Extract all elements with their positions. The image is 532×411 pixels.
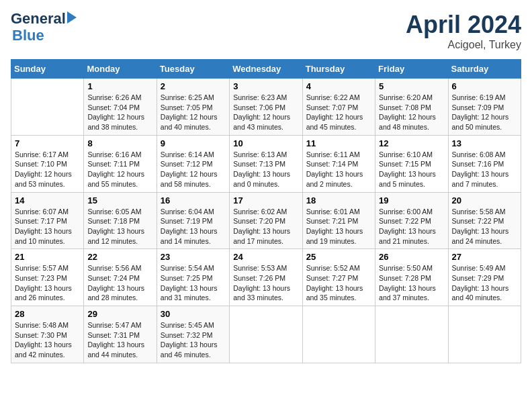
day-info: Sunrise: 6:05 AM Sunset: 7:18 PM Dayligh… bbox=[87, 207, 152, 246]
location-title: Acigoel, Turkey bbox=[406, 39, 521, 51]
day-number: 3 bbox=[233, 81, 298, 91]
calendar-cell bbox=[375, 306, 448, 363]
logo-arrow-icon bbox=[67, 11, 77, 24]
day-number: 20 bbox=[452, 195, 517, 205]
calendar-cell bbox=[11, 79, 84, 136]
day-number: 29 bbox=[87, 309, 152, 319]
calendar-week-row: 21Sunrise: 5:57 AM Sunset: 7:23 PM Dayli… bbox=[11, 249, 521, 306]
day-info: Sunrise: 5:47 AM Sunset: 7:31 PM Dayligh… bbox=[87, 320, 152, 360]
day-number: 4 bbox=[306, 81, 371, 91]
day-number: 16 bbox=[161, 195, 226, 205]
calendar-week-row: 14Sunrise: 6:07 AM Sunset: 7:17 PM Dayli… bbox=[11, 192, 521, 249]
day-number: 17 bbox=[233, 195, 298, 205]
day-number: 9 bbox=[161, 138, 226, 148]
calendar-cell: 7Sunrise: 6:17 AM Sunset: 7:10 PM Daylig… bbox=[11, 135, 84, 192]
calendar-cell: 10Sunrise: 6:13 AM Sunset: 7:13 PM Dayli… bbox=[230, 135, 302, 192]
day-number: 14 bbox=[15, 195, 80, 205]
day-info: Sunrise: 6:04 AM Sunset: 7:19 PM Dayligh… bbox=[161, 207, 226, 246]
day-info: Sunrise: 5:50 AM Sunset: 7:28 PM Dayligh… bbox=[379, 263, 444, 303]
day-number: 8 bbox=[87, 138, 152, 148]
calendar-cell: 30Sunrise: 5:45 AM Sunset: 7:32 PM Dayli… bbox=[157, 306, 229, 363]
day-info: Sunrise: 5:53 AM Sunset: 7:26 PM Dayligh… bbox=[233, 263, 298, 303]
calendar-cell: 22Sunrise: 5:56 AM Sunset: 7:24 PM Dayli… bbox=[84, 249, 157, 306]
calendar-cell: 26Sunrise: 5:50 AM Sunset: 7:28 PM Dayli… bbox=[375, 249, 448, 306]
day-info: Sunrise: 5:52 AM Sunset: 7:27 PM Dayligh… bbox=[306, 263, 371, 303]
day-number: 28 bbox=[15, 309, 80, 319]
day-info: Sunrise: 6:02 AM Sunset: 7:20 PM Dayligh… bbox=[233, 207, 298, 246]
day-info: Sunrise: 6:26 AM Sunset: 7:04 PM Dayligh… bbox=[87, 93, 152, 132]
day-number: 19 bbox=[379, 195, 444, 205]
day-number: 10 bbox=[233, 138, 298, 148]
logo-text: General bbox=[11, 11, 66, 27]
calendar-cell: 9Sunrise: 6:14 AM Sunset: 7:12 PM Daylig… bbox=[157, 135, 229, 192]
col-header-friday: Friday bbox=[375, 60, 448, 79]
day-number: 22 bbox=[87, 252, 152, 262]
calendar-cell: 3Sunrise: 6:23 AM Sunset: 7:06 PM Daylig… bbox=[230, 79, 302, 136]
calendar-week-row: 28Sunrise: 5:48 AM Sunset: 7:30 PM Dayli… bbox=[11, 306, 521, 363]
calendar-cell: 5Sunrise: 6:20 AM Sunset: 7:08 PM Daylig… bbox=[375, 79, 448, 136]
day-info: Sunrise: 6:25 AM Sunset: 7:05 PM Dayligh… bbox=[161, 93, 226, 132]
day-number: 7 bbox=[15, 138, 80, 148]
day-number: 6 bbox=[452, 81, 517, 91]
day-number: 25 bbox=[306, 252, 371, 262]
calendar-cell: 2Sunrise: 6:25 AM Sunset: 7:05 PM Daylig… bbox=[157, 79, 229, 136]
calendar-cell: 15Sunrise: 6:05 AM Sunset: 7:18 PM Dayli… bbox=[84, 192, 157, 249]
day-number: 12 bbox=[379, 138, 444, 148]
day-number: 2 bbox=[161, 81, 226, 91]
calendar-cell: 12Sunrise: 6:10 AM Sunset: 7:15 PM Dayli… bbox=[375, 135, 448, 192]
calendar-week-row: 7Sunrise: 6:17 AM Sunset: 7:10 PM Daylig… bbox=[11, 135, 521, 192]
calendar-week-row: 1Sunrise: 6:26 AM Sunset: 7:04 PM Daylig… bbox=[11, 79, 521, 136]
day-number: 11 bbox=[306, 138, 371, 148]
day-info: Sunrise: 6:07 AM Sunset: 7:17 PM Dayligh… bbox=[15, 207, 80, 246]
day-number: 21 bbox=[15, 252, 80, 262]
day-info: Sunrise: 6:14 AM Sunset: 7:12 PM Dayligh… bbox=[161, 150, 226, 189]
day-info: Sunrise: 6:16 AM Sunset: 7:11 PM Dayligh… bbox=[87, 150, 152, 189]
day-info: Sunrise: 5:58 AM Sunset: 7:22 PM Dayligh… bbox=[452, 207, 517, 246]
logo-blue: Blue bbox=[12, 27, 44, 44]
day-info: Sunrise: 6:23 AM Sunset: 7:06 PM Dayligh… bbox=[233, 93, 298, 132]
col-header-thursday: Thursday bbox=[302, 60, 375, 79]
calendar-cell: 27Sunrise: 5:49 AM Sunset: 7:29 PM Dayli… bbox=[448, 249, 521, 306]
calendar-cell: 4Sunrise: 6:22 AM Sunset: 7:07 PM Daylig… bbox=[302, 79, 375, 136]
day-number: 24 bbox=[233, 252, 298, 262]
calendar-cell: 23Sunrise: 5:54 AM Sunset: 7:25 PM Dayli… bbox=[157, 249, 229, 306]
col-header-sunday: Sunday bbox=[11, 60, 84, 79]
day-info: Sunrise: 5:56 AM Sunset: 7:24 PM Dayligh… bbox=[87, 263, 152, 303]
col-header-tuesday: Tuesday bbox=[157, 60, 229, 79]
day-info: Sunrise: 6:19 AM Sunset: 7:09 PM Dayligh… bbox=[452, 93, 517, 132]
day-number: 13 bbox=[452, 138, 517, 148]
page-header: General Blue April 2024 Acigoel, Turkey bbox=[11, 11, 521, 51]
day-info: Sunrise: 6:20 AM Sunset: 7:08 PM Dayligh… bbox=[379, 93, 444, 132]
day-info: Sunrise: 5:48 AM Sunset: 7:30 PM Dayligh… bbox=[15, 320, 80, 360]
calendar-cell bbox=[448, 306, 521, 363]
month-title: April 2024 bbox=[406, 11, 521, 39]
day-info: Sunrise: 6:01 AM Sunset: 7:21 PM Dayligh… bbox=[306, 207, 371, 246]
day-info: Sunrise: 6:17 AM Sunset: 7:10 PM Dayligh… bbox=[15, 150, 80, 189]
calendar-cell: 14Sunrise: 6:07 AM Sunset: 7:17 PM Dayli… bbox=[11, 192, 84, 249]
calendar-cell bbox=[230, 306, 302, 363]
day-number: 1 bbox=[87, 81, 152, 91]
day-info: Sunrise: 5:45 AM Sunset: 7:32 PM Dayligh… bbox=[161, 320, 226, 360]
day-number: 15 bbox=[87, 195, 152, 205]
day-info: Sunrise: 6:11 AM Sunset: 7:14 PM Dayligh… bbox=[306, 150, 371, 189]
calendar-cell: 16Sunrise: 6:04 AM Sunset: 7:19 PM Dayli… bbox=[157, 192, 229, 249]
day-info: Sunrise: 5:54 AM Sunset: 7:25 PM Dayligh… bbox=[161, 263, 226, 303]
day-number: 30 bbox=[161, 309, 226, 319]
calendar-header-row: SundayMondayTuesdayWednesdayThursdayFrid… bbox=[11, 60, 521, 79]
day-number: 23 bbox=[161, 252, 226, 262]
calendar-cell: 17Sunrise: 6:02 AM Sunset: 7:20 PM Dayli… bbox=[230, 192, 302, 249]
day-number: 5 bbox=[379, 81, 444, 91]
title-block: April 2024 Acigoel, Turkey bbox=[406, 11, 521, 51]
calendar-cell: 13Sunrise: 6:08 AM Sunset: 7:16 PM Dayli… bbox=[448, 135, 521, 192]
calendar-cell: 24Sunrise: 5:53 AM Sunset: 7:26 PM Dayli… bbox=[230, 249, 302, 306]
day-number: 18 bbox=[306, 195, 371, 205]
logo: General Blue bbox=[11, 11, 77, 44]
col-header-wednesday: Wednesday bbox=[230, 60, 302, 79]
calendar-cell bbox=[302, 306, 375, 363]
calendar-cell: 1Sunrise: 6:26 AM Sunset: 7:04 PM Daylig… bbox=[84, 79, 157, 136]
day-number: 26 bbox=[379, 252, 444, 262]
calendar-cell: 25Sunrise: 5:52 AM Sunset: 7:27 PM Dayli… bbox=[302, 249, 375, 306]
calendar-cell: 19Sunrise: 6:00 AM Sunset: 7:22 PM Dayli… bbox=[375, 192, 448, 249]
day-info: Sunrise: 6:10 AM Sunset: 7:15 PM Dayligh… bbox=[379, 150, 444, 189]
calendar-cell: 20Sunrise: 5:58 AM Sunset: 7:22 PM Dayli… bbox=[448, 192, 521, 249]
